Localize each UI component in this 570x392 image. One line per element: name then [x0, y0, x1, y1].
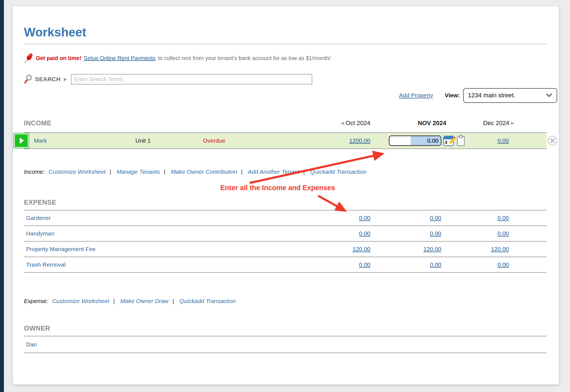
view-label: View: — [445, 92, 460, 99]
income-actions: Income: Customize Worksheet| Manage Tena… — [24, 168, 547, 175]
income-dec-value-link[interactable]: 0.00 — [497, 137, 509, 144]
page: Worksheet Get paid on time! Setup Online… — [0, 0, 570, 392]
expense-nov-value-link[interactable]: 0.00 — [430, 261, 441, 268]
setup-rent-payments-link[interactable]: Setup Online Rent Payments — [84, 55, 155, 61]
expense-label-link[interactable]: Handyman — [24, 230, 301, 237]
expense-oct-value-link[interactable]: 0.00 — [359, 230, 370, 237]
calendar-edit-icon[interactable]: 4 — [443, 134, 455, 147]
title-divider — [24, 44, 547, 44]
expense-row-trash-removal: Trash Removal 0.00 0.00 0.00 — [24, 257, 547, 273]
income-nov-cell: 0.00 4 — [370, 134, 465, 147]
remove-row-icon[interactable] — [547, 136, 558, 146]
expense-label-link[interactable]: Property Management Fee — [24, 246, 301, 252]
expense-label-link[interactable]: Gardener — [24, 215, 301, 221]
prev-month-label: Oct 2024 — [346, 120, 370, 126]
chevron-down-icon — [546, 93, 552, 97]
next-month-label: Dec 2024 — [483, 120, 509, 126]
expense-quickadd-transaction-link[interactable]: Quickadd Transaction — [179, 298, 236, 304]
worksheet-card: Worksheet Get paid on time! Setup Online… — [13, 6, 559, 384]
expense-row-handyman: Handyman 0.00 0.00 0.00 — [24, 226, 547, 242]
income-row-mark: Mark Unit 1 Overdue 1200.00 0.00 — [24, 133, 547, 148]
expense-actions-prefix: Expense: — [24, 298, 48, 304]
owner-row-dan: Dan — [24, 336, 547, 353]
property-bar: Add Property View: 1234 main street. — [24, 88, 557, 103]
tenant-name-link[interactable]: Mark — [34, 137, 135, 144]
page-title: Worksheet — [24, 25, 547, 39]
prev-month-nav[interactable]: ◀Oct 2024 — [301, 120, 370, 127]
expense-dec-value-link[interactable]: 0.00 — [497, 230, 509, 237]
tutorial-annotation: Enter all the Income and Expenses — [207, 184, 348, 192]
expense-dec-value-link[interactable]: 120.00 — [491, 246, 509, 252]
income-oct-value-link[interactable]: 1200.00 — [349, 137, 370, 144]
pushpin-icon — [24, 53, 33, 63]
expense-row-gardener: Gardener 0.00 0.00 0.00 — [24, 210, 547, 226]
manage-tenants-link[interactable]: Manage Tenants — [117, 168, 160, 175]
expand-row-button[interactable] — [13, 133, 29, 148]
notice-headline: Get paid on time! — [36, 55, 81, 61]
paste-clipboard-icon[interactable] — [457, 135, 465, 147]
make-owner-contribution-link[interactable]: Make Owner Contribution — [171, 168, 237, 175]
expense-label-link[interactable]: Trash Removal — [24, 261, 301, 268]
expense-customize-worksheet-link[interactable]: Customize Worksheet — [52, 298, 109, 304]
left-edge-bar — [0, 0, 4, 392]
search-bar: SEARCH ▶ — [24, 74, 547, 85]
expense-nov-value-link[interactable]: 0.00 — [430, 230, 441, 237]
expense-oct-value-link[interactable]: 0.00 — [359, 215, 370, 221]
make-owner-draw-link[interactable]: Make Owner Draw — [120, 298, 168, 304]
income-header-row: INCOME ◀Oct 2024 NOV 2024 Dec 2024▶ — [24, 118, 547, 128]
owner-name-link[interactable]: Dan — [24, 341, 301, 348]
rent-amount-selected-text: 0.00 — [411, 136, 441, 145]
next-month-nav[interactable]: Dec 2024▶ — [441, 120, 514, 127]
income-row-description: Mark Unit 1 Overdue — [24, 137, 301, 144]
play-triangle-icon — [20, 138, 24, 144]
income-quickadd-transaction-link[interactable]: Quickadd Transaction — [310, 168, 366, 175]
expense-dec-value-link[interactable]: 0.00 — [497, 215, 509, 221]
add-property-link[interactable]: Add Property — [399, 92, 433, 99]
expense-table: Gardener 0.00 0.00 0.00 Handyman 0.00 0.… — [24, 210, 547, 273]
property-select[interactable]: 1234 main street. — [463, 88, 557, 103]
search-icon — [24, 74, 33, 84]
status-overdue: Overdue — [203, 137, 225, 144]
expense-actions: Expense: Customize Worksheet| Make Owner… — [24, 298, 547, 304]
expense-nov-value-link[interactable]: 120.00 — [423, 246, 441, 252]
rent-amount-input[interactable]: 0.00 — [389, 135, 442, 146]
next-month-icon[interactable]: ▶ — [511, 121, 514, 125]
svg-text:4: 4 — [445, 140, 447, 145]
expense-oct-value-link[interactable]: 120.00 — [353, 246, 370, 252]
promo-notice: Get paid on time! Setup Online Rent Paym… — [24, 53, 547, 63]
expense-nov-value-link[interactable]: 0.00 — [430, 215, 441, 221]
prev-month-icon[interactable]: ◀ — [340, 121, 344, 125]
property-select-value: 1234 main street. — [468, 92, 515, 99]
notice-body: to collect rent from your tenant's bank … — [158, 55, 331, 61]
search-label: SEARCH — [35, 76, 61, 83]
owner-table: Dan — [24, 336, 547, 353]
unit-label: Unit 1 — [135, 137, 203, 144]
expense-section-title: EXPENSE — [24, 199, 547, 206]
income-customize-worksheet-link[interactable]: Customize Worksheet — [49, 168, 106, 175]
income-table: Mark Unit 1 Overdue 1200.00 0.00 — [24, 132, 547, 149]
expense-oct-value-link[interactable]: 0.00 — [359, 261, 370, 268]
income-section-title: INCOME — [24, 119, 301, 127]
expense-dec-value-link[interactable]: 0.00 — [497, 261, 509, 268]
add-another-tenant-link[interactable]: Add Another Tenant — [248, 168, 299, 175]
search-input[interactable] — [71, 74, 312, 85]
owner-section-title: OWNER — [24, 324, 547, 332]
search-arrow-icon: ▶ — [64, 77, 67, 82]
expense-row-property-management-fee: Property Management Fee 120.00 120.00 12… — [24, 242, 547, 257]
current-month-label: NOV 2024 — [370, 120, 446, 127]
income-actions-prefix: Income: — [24, 168, 45, 175]
